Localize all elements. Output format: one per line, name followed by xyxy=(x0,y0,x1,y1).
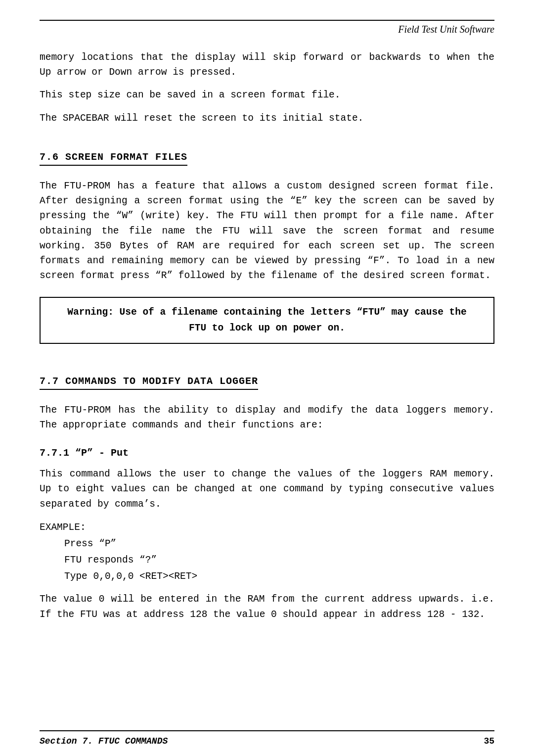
example-line-1: Press “P” xyxy=(64,536,494,552)
intro-para-1: memory locations that the display will s… xyxy=(40,50,494,80)
section-771-heading: 7.7.1 “P” - Put xyxy=(40,447,494,459)
section-771: 7.7.1 “P” - Put This command allows the … xyxy=(40,447,494,622)
footer-right: 35 xyxy=(484,736,494,746)
warning-box: Warning: Use of a filename containing th… xyxy=(40,297,494,343)
section-76-body: The FTU-PROM has a feature that allows a… xyxy=(40,179,494,284)
header-top-line xyxy=(40,20,494,21)
section-771-body2: The value 0 will be entered in the RAM f… xyxy=(40,592,494,621)
footer: Section 7. FTUC COMMANDS 35 xyxy=(40,736,494,746)
section-76: 7.6 SCREEN FORMAT FILES The FTU-PROM has… xyxy=(40,134,494,284)
warning-line1: Warning: Use of a filename containing th… xyxy=(50,305,484,320)
section-77-heading: 7.7 COMMANDS TO MODIFY DATA LOGGER xyxy=(40,376,258,390)
intro-para-3: The SPACEBAR will reset the screen to it… xyxy=(40,111,494,126)
section-771-body1: This command allows the user to change t… xyxy=(40,467,494,512)
example-line-2: FTU responds “?” xyxy=(64,552,494,568)
section-77-body: The FTU-PROM has the ability to display … xyxy=(40,403,494,432)
page: Field Test Unit Software memory location… xyxy=(0,0,534,756)
header-title: Field Test Unit Software xyxy=(40,24,494,35)
intro-para-2: This step size can be saved in a screen … xyxy=(40,88,494,102)
example-label: EXAMPLE: xyxy=(40,520,494,536)
section-77: 7.7 COMMANDS TO MODIFY DATA LOGGER The F… xyxy=(40,358,494,432)
section-76-heading: 7.6 SCREEN FORMAT FILES xyxy=(40,151,187,166)
footer-line xyxy=(40,730,494,731)
example-line-3: Type 0,0,0,0 <RET><RET> xyxy=(64,568,494,585)
warning-line2: FTU to lock up on power on. xyxy=(50,321,484,336)
example-block: EXAMPLE: Press “P” FTU responds “?” Type… xyxy=(40,520,494,585)
footer-left: Section 7. FTUC COMMANDS xyxy=(40,736,168,746)
